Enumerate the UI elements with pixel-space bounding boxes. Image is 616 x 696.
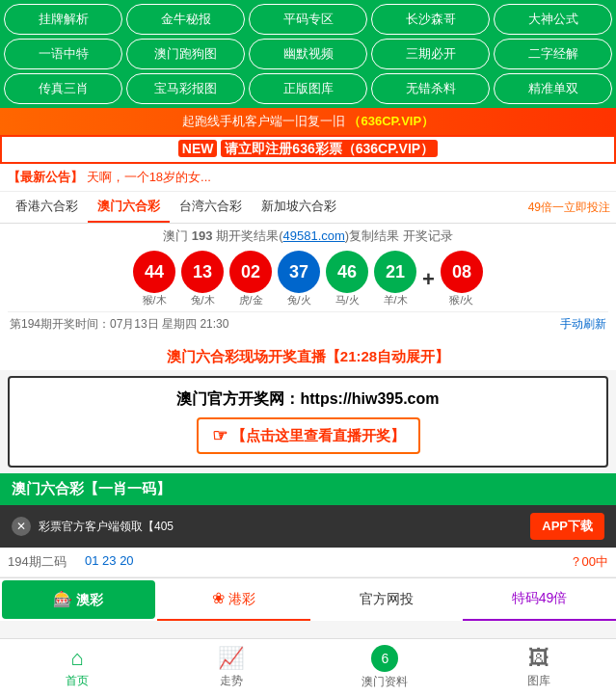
ball-label-1: 兔/木 <box>181 293 224 308</box>
ball-label-special: 猴/火 <box>441 293 483 308</box>
banner-register[interactable]: NEW 请立即注册636彩票（636CP.VIP） <box>0 135 616 164</box>
banner-top-text: 起跑线手机客户端一旧复一旧 <box>182 114 345 128</box>
btn-0-3[interactable]: 长沙森哥 <box>371 4 490 35</box>
nav-home-label: 首页 <box>66 673 89 689</box>
bottom-nav: ⌂ 首页 📈 走势 6 澳门资料 🖼 图库 <box>0 638 616 696</box>
ball-wrapper-5: 21 羊/木 <box>374 251 416 308</box>
period-text: 第194期开奖时间：07月13日 星期四 21:30 <box>10 316 228 333</box>
ball-wrapper-special: 08 猴/火 <box>441 251 483 308</box>
banner-register-new: NEW <box>178 140 218 157</box>
lottery-bottom-tabs: 🎰 澳彩 ❀ 港彩 官方网投 特码49倍 <box>0 577 616 621</box>
btn-1-2[interactable]: 幽默视频 <box>249 39 367 69</box>
notice-label: 【最新公告】 <box>8 170 83 184</box>
watch-label: 【点击这里查看直播开奖】 <box>231 427 405 445</box>
notice-text: 天啊，一个18岁的女... <box>87 170 211 184</box>
btn-0-4[interactable]: 大神公式 <box>494 4 612 35</box>
macao-data-icon: 6 <box>371 645 398 672</box>
ball-2: 02 <box>229 251 272 293</box>
btn-0-2[interactable]: 平码专区 <box>249 4 367 35</box>
btn-2-0[interactable]: 传真三肖 <box>4 73 122 104</box>
button-grid: 挂牌解析 金牛秘报 平码专区 长沙森哥 大神公式 一语中特 澳门跑狗图 幽默视频… <box>0 0 616 108</box>
app-banner: ✕ 彩票官方客户端领取【405 APP下载 <box>0 505 616 548</box>
ball-label-2: 虎/金 <box>229 293 272 308</box>
ball-label-5: 羊/木 <box>374 293 416 308</box>
home-icon: ⌂ <box>70 646 83 671</box>
tab-hk[interactable]: 香港六合彩 <box>6 192 88 223</box>
banner-top: 起跑线手机客户端一旧复一旧 （636CP.VIP） <box>0 108 616 135</box>
banner-top-highlight: （636CP.VIP） <box>348 114 434 128</box>
lottery-header: 澳门 193 期开奖结果(49581.com)复制结果 开奖记录 <box>8 228 608 245</box>
macao-tab-label: 澳彩 <box>76 592 103 607</box>
live-title: 澳门六合彩现场开奖直播【21:28自动展开】 <box>0 340 616 370</box>
btn-1-1[interactable]: 澳门跑狗图 <box>126 39 245 69</box>
banner-area: 起跑线手机客户端一旧复一旧 （636CP.VIP） NEW 请立即注册636彩票… <box>0 108 616 164</box>
btn-2-3[interactable]: 无错杀料 <box>371 73 490 104</box>
hand-icon: ☞ <box>212 425 228 446</box>
nav-home[interactable]: ⌂ 首页 <box>0 640 154 695</box>
plus-sign: + <box>422 267 435 292</box>
ball-label-0: 猴/木 <box>133 293 175 308</box>
refresh-btn[interactable]: 手动刷新 <box>560 316 606 333</box>
lottery-section: 澳门 193 期开奖结果(49581.com)复制结果 开奖记录 44 猴/木 … <box>0 224 616 340</box>
data-row-0-period: 194期二码 <box>8 553 85 571</box>
hk-flag-icon: ❀ <box>212 590 225 606</box>
special-tab-label: 特码49倍 <box>512 590 568 605</box>
ball-wrapper-4: 46 马/火 <box>326 251 368 308</box>
app-banner-text: 彩票官方客户端领取【405 <box>39 519 530 535</box>
notice-bar: 【最新公告】 天啊，一个18岁的女... <box>0 164 616 192</box>
btn-1-0[interactable]: 一语中特 <box>4 39 122 69</box>
data-row-0-result: ？00中 <box>541 553 608 571</box>
nav-macao-label: 澳门资料 <box>362 674 408 690</box>
macao-flag-icon: 🎰 <box>53 591 72 607</box>
banner-register-text: 请立即注册636彩票（636CP.VIP） <box>221 140 438 157</box>
trend-icon: 📈 <box>218 646 244 671</box>
lottery-tab-special[interactable]: 特码49倍 <box>463 578 616 621</box>
ball-label-3: 兔/火 <box>278 293 320 308</box>
tab-taiwan[interactable]: 台湾六合彩 <box>170 192 252 223</box>
lottery-source-link[interactable]: 49581.com <box>283 228 345 243</box>
tab-macao[interactable]: 澳门六合彩 <box>88 192 170 223</box>
ball-label-4: 马/火 <box>326 293 368 308</box>
nav-gallery[interactable]: 🖼 图库 <box>462 640 616 695</box>
btn-2-2[interactable]: 正版图库 <box>249 73 367 104</box>
ball-4: 46 <box>326 251 368 293</box>
balls-row: 44 猴/木 13 兔/木 02 虎/金 37 兔/火 46 马/火 21 羊/… <box>8 251 608 308</box>
nav-trend[interactable]: 📈 走势 <box>154 640 308 695</box>
watch-btn[interactable]: ☞ 【点击这里查看直播开奖】 <box>197 417 420 454</box>
ball-1: 13 <box>181 251 224 293</box>
app-download-btn[interactable]: APP下载 <box>530 513 604 540</box>
btn-1-4[interactable]: 二字经解 <box>494 39 612 69</box>
tabs-row: 香港六合彩 澳门六合彩 台湾六合彩 新加坡六合彩 49倍一立即投注 <box>0 192 616 224</box>
lottery-tab-macao[interactable]: 🎰 澳彩 <box>2 580 155 619</box>
gallery-icon: 🖼 <box>528 646 549 671</box>
official-box[interactable]: 澳门官方开奖网：https://hiw395.com ☞ 【点击这里查看直播开奖… <box>8 376 608 468</box>
ball-3: 37 <box>278 251 320 293</box>
ball-special: 08 <box>441 251 483 293</box>
ball-wrapper-0: 44 猴/木 <box>133 251 175 308</box>
hk-tab-label: 港彩 <box>228 591 255 606</box>
lottery-tab-hk[interactable]: ❀ 港彩 <box>157 578 310 621</box>
nav-gallery-label: 图库 <box>527 673 550 689</box>
btn-0-0[interactable]: 挂牌解析 <box>4 4 122 35</box>
nav-macao-data[interactable]: 6 澳门资料 <box>308 639 463 696</box>
section-title: 澳门六合彩【一肖一码】 <box>0 473 616 505</box>
ball-wrapper-2: 02 虎/金 <box>229 251 272 308</box>
ball-0: 44 <box>133 251 175 293</box>
nav-trend-label: 走势 <box>220 673 243 689</box>
ball-wrapper-3: 37 兔/火 <box>278 251 320 308</box>
btn-2-1[interactable]: 宝马彩报图 <box>126 73 245 104</box>
ball-5: 21 <box>374 251 416 293</box>
data-row-0-numbers: 01 23 20 <box>85 553 541 571</box>
site-url: 澳门官方开奖网：https://hiw395.com <box>19 389 597 410</box>
btn-1-3[interactable]: 三期必开 <box>371 39 490 69</box>
official-tab-label: 官方网投 <box>360 591 414 606</box>
data-row-0: 194期二码 01 23 20 ？00中 <box>0 548 616 577</box>
ball-wrapper-1: 13 兔/木 <box>181 251 224 308</box>
btn-0-1[interactable]: 金牛秘报 <box>126 4 245 35</box>
btn-2-4[interactable]: 精准单双 <box>494 73 612 104</box>
tab-right-promo[interactable]: 49倍一立即投注 <box>528 200 610 216</box>
tab-sg[interactable]: 新加坡六合彩 <box>252 192 346 223</box>
lottery-tab-official[interactable]: 官方网投 <box>310 578 464 621</box>
close-banner-btn[interactable]: ✕ <box>12 517 31 536</box>
period-info: 第194期开奖时间：07月13日 星期四 21:30 手动刷新 <box>8 311 608 336</box>
